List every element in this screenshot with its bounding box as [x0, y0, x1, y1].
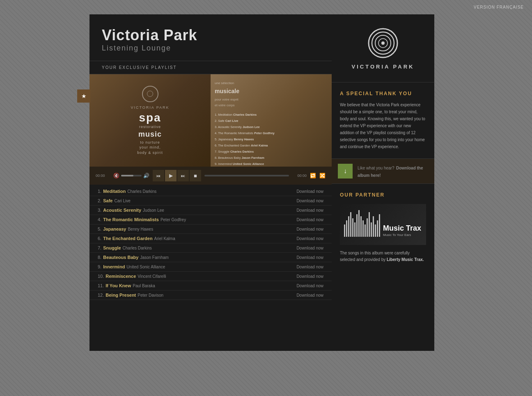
- track-info: 3.Acoustic SerenityJudson Lee: [98, 208, 296, 213]
- svg-rect-7: [348, 216, 349, 237]
- download-now-link[interactable]: Download now: [296, 208, 323, 213]
- svg-point-4: [381, 41, 385, 45]
- svg-rect-14: [362, 220, 364, 237]
- track-number: 7.: [98, 245, 101, 250]
- svg-text:Music Trax: Music Trax: [383, 224, 421, 232]
- seek-bar[interactable]: [204, 175, 289, 176]
- svg-rect-11: [356, 214, 358, 237]
- rewind-button[interactable]: ⏮: [153, 170, 164, 181]
- album-brand: VICTORIA PARK: [131, 105, 169, 110]
- track-row: 12.Being PresentPeter DavisonDownload no…: [89, 291, 332, 300]
- site-subtitle: Listening Lounge: [102, 44, 319, 53]
- download-now-link[interactable]: Download now: [296, 199, 323, 203]
- track-info: 10.ReminiscenceVincent Cifarelli: [98, 274, 296, 279]
- track-number: 10.: [98, 274, 104, 279]
- svg-rect-5: [344, 224, 345, 237]
- svg-text:Music To Your Ears: Music To Your Ears: [383, 233, 411, 237]
- album-spa-text: spa: [139, 111, 161, 124]
- svg-rect-9: [352, 218, 353, 237]
- main-wrapper: Victoria Park Listening Lounge YOUR EXCL…: [89, 14, 434, 351]
- track-artist: Jason Farnham: [140, 255, 168, 260]
- track-info: 11.If You KnewPaul Baraka: [98, 283, 296, 288]
- track-row: 9.InnermindUnited Sonic AllianceDownload…: [89, 262, 332, 272]
- svg-rect-15: [365, 224, 366, 237]
- download-now-link[interactable]: Download now: [296, 246, 323, 250]
- track-number: 5.: [98, 227, 101, 231]
- track-row: 7.SnuggleCharles DarkinsDownload now: [89, 243, 332, 253]
- download-album-info: Like what you hear? Download the album h…: [358, 164, 428, 179]
- track-number: 9.: [98, 264, 101, 269]
- track-artist: Charles Darkins: [123, 246, 152, 250]
- svg-rect-22: [379, 214, 380, 237]
- volume-bar[interactable]: [121, 175, 142, 176]
- track-title: Beauteous Baby: [103, 255, 138, 260]
- album-subtitle: restorative music to nurture your mind, …: [137, 124, 163, 156]
- svg-rect-12: [358, 210, 360, 237]
- download-album-icon: ↓: [338, 164, 353, 179]
- language-switcher[interactable]: VERSION FRANÇAISE: [474, 5, 524, 9]
- track-title: Innermind: [103, 264, 125, 269]
- site-title: Victoria Park: [102, 27, 319, 44]
- track-row: 5.JapaneasyBenny HawesDownload now: [89, 224, 332, 234]
- track-info: 1.MeditationCharles Darkins: [98, 189, 296, 194]
- track-row: 8.Beauteous BabyJason FarnhamDownload no…: [89, 253, 332, 262]
- volume-mute-icon[interactable]: 🔇: [113, 173, 119, 179]
- download-now-link[interactable]: Download now: [296, 274, 323, 279]
- track-info: 2.SafeCari Live: [98, 198, 296, 203]
- partner-name: Liberty Music Trax.: [387, 257, 424, 262]
- track-number: 12.: [98, 293, 104, 298]
- download-now-link[interactable]: Download now: [296, 293, 323, 298]
- left-panel: Victoria Park Listening Lounge YOUR EXCL…: [89, 14, 332, 351]
- track-artist: Benny Hawes: [128, 227, 153, 231]
- download-now-link[interactable]: Download now: [296, 265, 323, 269]
- time-start: 00:00: [96, 174, 110, 178]
- track-title: Reminiscence: [105, 274, 136, 279]
- track-title: The Enchanted Garden: [103, 236, 152, 241]
- svg-rect-20: [375, 224, 376, 237]
- album-logo-inner: [147, 91, 153, 97]
- svg-rect-13: [360, 216, 362, 237]
- download-now-link[interactable]: Download now: [296, 227, 323, 231]
- track-row: 3.Acoustic SerenityJudson LeeDownload no…: [89, 206, 332, 215]
- download-now-link[interactable]: Download now: [296, 189, 323, 194]
- partner-logo: Music Trax Music To Your Ears: [340, 204, 426, 245]
- svg-rect-21: [377, 220, 378, 237]
- track-title: Meditation: [103, 189, 126, 194]
- album-art-left: VICTORIA PARK spa restorative music to n…: [89, 74, 211, 167]
- download-album-section[interactable]: ↓ Like what you hear? Download the album…: [332, 159, 434, 184]
- partner-title: OUR PARTNER: [340, 192, 426, 198]
- track-info: 9.InnermindUnited Sonic Alliance: [98, 264, 296, 269]
- logo-circle: [367, 27, 399, 60]
- track-row: 6.The Enchanted GardenAriel KalmaDownloa…: [89, 234, 332, 243]
- track-artist: Vincent Cifarelli: [138, 274, 166, 279]
- thank-you-text: We believe that the Victoria Park experi…: [340, 101, 426, 150]
- volume-up-icon[interactable]: 🔊: [143, 173, 149, 179]
- svg-rect-19: [373, 216, 374, 237]
- fastforward-button[interactable]: ⏭: [177, 170, 189, 181]
- track-row: 2.SafeCari LiveDownload now: [89, 196, 332, 206]
- track-row: 10.ReminiscenceVincent CifarelliDownload…: [89, 272, 332, 281]
- track-title: Safe: [103, 198, 112, 203]
- download-now-link[interactable]: Download now: [296, 217, 323, 222]
- transport-controls: ⏮ ▶ ⏭ ⏹: [153, 170, 201, 181]
- thank-you-section: A SPECIAL THANK YOU We believe that the …: [332, 82, 434, 159]
- track-info: 5.JapaneasyBenny Hawes: [98, 227, 296, 231]
- shuffle-icon[interactable]: 🔀: [319, 173, 326, 179]
- player-controls: 00:00 🔇 🔊 ⏮ ▶ ⏭ ⏹ 00:00 🔁 🔀: [89, 167, 332, 185]
- play-button[interactable]: ▶: [165, 170, 177, 181]
- stop-button[interactable]: ⏹: [190, 170, 201, 181]
- track-info: 12.Being PresentPeter Davison: [98, 293, 296, 298]
- download-now-link[interactable]: Download now: [296, 255, 323, 260]
- album-art: VICTORIA PARK spa restorative music to n…: [89, 74, 332, 167]
- track-artist: Charles Darkins: [127, 189, 156, 194]
- svg-rect-6: [346, 220, 347, 237]
- left-header: Victoria Park Listening Lounge: [89, 14, 332, 61]
- track-artist: Paul Baraka: [133, 284, 155, 288]
- svg-rect-16: [367, 218, 368, 237]
- repeat-icon[interactable]: 🔁: [310, 173, 316, 179]
- download-now-link[interactable]: Download now: [296, 236, 323, 241]
- right-panel: VICTORIA PARK A SPECIAL THANK YOU We bel…: [332, 14, 434, 351]
- playlist-label: YOUR EXCLUSIVE PLAYLIST: [89, 61, 332, 74]
- thank-you-title: A SPECIAL THANK YOU: [340, 91, 426, 96]
- download-now-link[interactable]: Download now: [296, 284, 323, 288]
